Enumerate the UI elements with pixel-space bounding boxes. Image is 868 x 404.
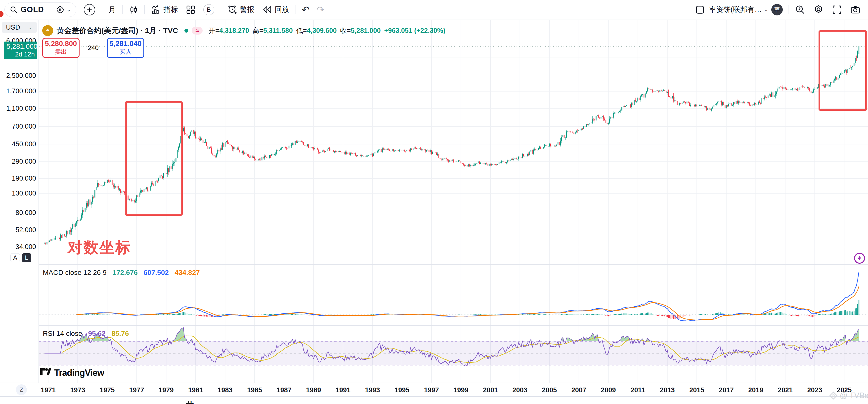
replay-label: 回放 xyxy=(275,5,289,15)
rsi-legend[interactable]: RSI 14 close 95.62 85.76 xyxy=(43,329,129,338)
top-toolbar: GOLD ⌄ 月 xyxy=(0,0,868,20)
rsi-title: RSI 14 close xyxy=(43,329,82,337)
settings-gear-icon[interactable] xyxy=(809,2,828,17)
year-label: 2001 xyxy=(479,386,502,394)
indicator-templates-button[interactable] xyxy=(182,2,199,17)
symbol-title[interactable]: 黄金差价合约(美元/盎司) · 1月 · TVC xyxy=(57,26,178,36)
spread-value: 240 xyxy=(80,44,107,52)
bottom-cut-glyph: 共 xyxy=(185,400,194,404)
year-label: 2009 xyxy=(597,386,619,394)
close-label: 收= xyxy=(340,27,351,34)
year-label: 1979 xyxy=(155,386,177,394)
year-label: 1993 xyxy=(362,386,384,394)
buy-label: 买入 xyxy=(107,48,144,56)
price-tick-label: 2,500.000 xyxy=(1,72,36,80)
fullscreen-icon[interactable] xyxy=(828,2,846,17)
low-label: 低= xyxy=(296,27,307,34)
high-label: 高= xyxy=(252,27,263,34)
year-label: 2023 xyxy=(804,386,826,394)
log-scale-annotation[interactable]: 对数坐标 xyxy=(68,237,131,258)
quick-search-button[interactable] xyxy=(791,2,809,17)
year-label: 2005 xyxy=(538,386,560,394)
tvbee-diamond-icon xyxy=(829,391,838,400)
watermark-text: @ TVBee xyxy=(840,391,868,400)
interval-button[interactable]: 月 xyxy=(104,2,120,17)
indicators-icon xyxy=(151,5,161,15)
log-scale-button[interactable]: L xyxy=(22,253,31,262)
tvbee-watermark: @ TVBee xyxy=(829,391,868,400)
tradingview-logo[interactable]: TradingView xyxy=(40,368,104,378)
price-tick-label: 130.000 xyxy=(1,190,36,197)
divider xyxy=(122,5,123,14)
price-tick-label: 34.000 xyxy=(1,243,36,251)
year-label: 2017 xyxy=(715,386,738,394)
price-tick-label: 700.000 xyxy=(1,123,36,131)
undo-button[interactable]: ↶ xyxy=(298,4,313,15)
gold-coin-icon xyxy=(42,25,53,36)
search-icon xyxy=(10,6,18,14)
time-axis[interactable]: Z 19711973197519771979198119831985198719… xyxy=(0,383,868,397)
rsi-value: 95.62 xyxy=(88,329,106,337)
year-label: 1995 xyxy=(391,386,413,394)
year-label: 1997 xyxy=(420,386,443,394)
annotation-rect-2024[interactable] xyxy=(818,30,867,111)
symbol-detail-icon[interactable] xyxy=(56,5,65,14)
indicators-button[interactable]: 指标 xyxy=(147,2,182,17)
currency-selector[interactable]: USD ⌄ xyxy=(2,22,37,33)
chevron-down-icon[interactable]: ⌄ xyxy=(67,6,71,13)
sell-label: 卖出 xyxy=(43,48,79,56)
timezone-button[interactable]: Z xyxy=(16,384,27,395)
template-b-button[interactable]: B xyxy=(199,2,218,17)
price-tick-label: 1,100.000 xyxy=(1,105,36,112)
price-tick-label: 190.000 xyxy=(1,175,36,182)
divider xyxy=(53,5,53,14)
layout-name[interactable]: 率资饼(联邦有… xyxy=(709,5,762,15)
buy-button[interactable]: 5,281.040 买入 xyxy=(107,38,144,58)
year-label: 1977 xyxy=(126,386,148,394)
symbol-search-pill[interactable]: GOLD ⌄ xyxy=(4,2,76,17)
high-value: 5,311.580 xyxy=(263,27,293,34)
symbol-search-input[interactable]: GOLD xyxy=(21,5,44,14)
price-tick-label: 1,700.000 xyxy=(1,87,36,95)
chart-type-button[interactable] xyxy=(125,2,142,17)
tradingview-logo-text: TradingView xyxy=(54,368,104,378)
macd-hist-value: 172.676 xyxy=(113,269,138,277)
low-value: 4,309.600 xyxy=(307,27,337,34)
year-label: 2021 xyxy=(774,386,797,394)
divider xyxy=(221,5,221,14)
alert-button[interactable]: 警报 xyxy=(223,2,258,17)
current-price-value: 5,281.000 xyxy=(6,42,35,51)
trade-buttons: 5,280.800 卖出 240 5,281.040 买入 xyxy=(42,38,144,58)
screenshot-camera-icon[interactable] xyxy=(846,2,865,17)
year-label: 1991 xyxy=(332,386,354,394)
instant-order-lightning-icon[interactable] xyxy=(854,253,865,264)
year-label: 2015 xyxy=(686,386,708,394)
ohlc-values: 开=4,318.270高=5,311.580低=4,309.600收=5,281… xyxy=(209,26,445,35)
year-label: 2013 xyxy=(656,386,679,394)
currency-label: USD xyxy=(6,24,20,31)
auto-scale-button[interactable]: A xyxy=(10,253,20,262)
chevron-down-icon[interactable]: ⌄ xyxy=(764,6,768,13)
user-avatar[interactable]: 率 xyxy=(771,4,783,16)
close-value: 5,281.000 xyxy=(351,27,380,34)
year-label: 1987 xyxy=(273,386,295,394)
year-label: 1999 xyxy=(450,386,472,394)
main-chart-legend: 黄金差价合约(美元/盎司) · 1月 · TVC ≈ 开=4,318.270高=… xyxy=(42,25,445,36)
year-label: 1983 xyxy=(214,386,237,394)
year-label: 1981 xyxy=(184,386,207,394)
compare-button[interactable] xyxy=(80,2,99,17)
sell-button[interactable]: 5,280.800 卖出 xyxy=(42,38,80,58)
macd-legend[interactable]: MACD close 12 26 9 172.676 607.502 434.8… xyxy=(43,269,200,277)
open-label: 开= xyxy=(209,27,219,34)
sell-price: 5,280.800 xyxy=(43,39,79,48)
price-tick-label: 52.000 xyxy=(1,226,36,234)
redo-button[interactable]: ↷ xyxy=(313,4,328,15)
chevron-down-icon: ⌄ xyxy=(28,24,33,31)
candlestick-icon xyxy=(129,5,138,14)
price-scale[interactable]: USD ⌄ 6,000.0004,000.0002,500.0001,700.0… xyxy=(0,20,38,397)
rsi-ma-value: 85.76 xyxy=(111,329,129,337)
replay-button[interactable]: 回放 xyxy=(258,2,293,17)
tradingview-logo-icon xyxy=(40,368,52,378)
annotation-rect-1977[interactable] xyxy=(125,101,183,216)
save-layout-icon[interactable] xyxy=(695,5,705,15)
